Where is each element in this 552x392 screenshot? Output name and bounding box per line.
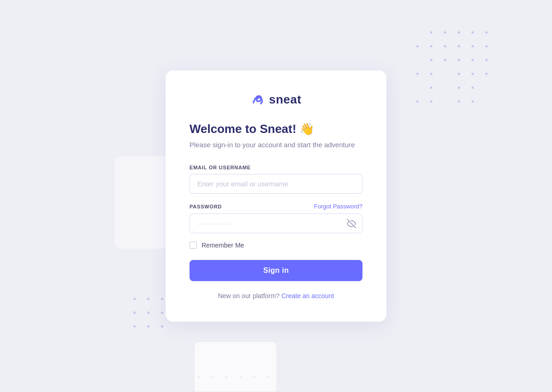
password-label: PASSWORD bbox=[190, 204, 222, 209]
logo-text: sneat bbox=[269, 92, 301, 107]
remember-me-row: Remember Me bbox=[190, 242, 362, 249]
password-group: PASSWORD Forgot Password? bbox=[190, 203, 362, 233]
background-card-bottom bbox=[194, 341, 277, 392]
email-input[interactable] bbox=[190, 174, 362, 194]
email-label: EMAIL OR USERNAME bbox=[190, 165, 362, 170]
email-group: EMAIL OR USERNAME bbox=[190, 165, 362, 194]
welcome-title: Welcome to Sneat! 👋 bbox=[190, 122, 362, 136]
password-wrapper bbox=[190, 213, 362, 233]
signup-row: New on our platform? Create an account bbox=[190, 292, 362, 300]
sign-in-button[interactable]: Sign in bbox=[190, 260, 362, 281]
welcome-subtitle: Please sign-in to your account and start… bbox=[190, 140, 362, 150]
login-card: sneat Welcome to Sneat! 👋 Please sign-in… bbox=[166, 70, 386, 322]
password-input[interactable] bbox=[190, 213, 362, 233]
password-header: PASSWORD Forgot Password? bbox=[190, 203, 362, 210]
remember-me-label[interactable]: Remember Me bbox=[201, 242, 244, 249]
signup-text: New on our platform? bbox=[218, 292, 280, 300]
sneat-logo-icon bbox=[251, 92, 265, 107]
forgot-password-link[interactable]: Forgot Password? bbox=[314, 203, 363, 210]
logo-area: sneat bbox=[190, 92, 362, 107]
eye-toggle-icon[interactable] bbox=[347, 219, 356, 228]
remember-me-checkbox[interactable] bbox=[190, 242, 197, 249]
create-account-link[interactable]: Create an account bbox=[282, 292, 334, 300]
